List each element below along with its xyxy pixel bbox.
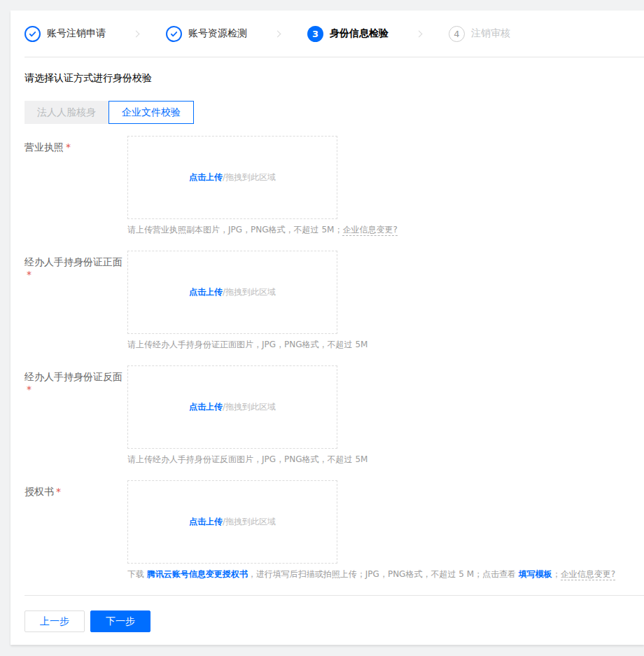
enterprise-info-change-link[interactable]: 企业信息变更? — [342, 225, 397, 236]
click-to-upload-link[interactable]: 点击上传 — [189, 516, 223, 528]
required-mark: * — [56, 486, 61, 497]
previous-step-button[interactable]: 上一步 — [24, 610, 85, 632]
click-to-upload-link[interactable]: 点击上传 — [189, 286, 223, 298]
upload-hint: 请上传经办人手持身份证反面图片，JPG，PNG格式，不超过 5M — [127, 454, 368, 466]
click-to-upload-link[interactable]: 点击上传 — [189, 401, 223, 413]
business-license-upload-dropzone[interactable]: 点击上传/拖拽到此区域 — [127, 136, 337, 219]
check-icon — [24, 26, 41, 42]
drag-hint-text: /拖拽到此区域 — [223, 401, 276, 413]
hint-text: ； — [552, 569, 561, 579]
step-2-account-resource-check: 账号资源检测 — [166, 26, 247, 42]
step-1-label: 账号注销申请 — [47, 27, 106, 40]
tab-enterprise-document-verification[interactable]: 企业文件校验 — [108, 101, 194, 124]
field-label: 营业执照* — [24, 136, 127, 154]
hint-text: 下载 — [127, 569, 147, 579]
next-step-button[interactable]: 下一步 — [90, 610, 150, 632]
field-label-text: 营业执照 — [24, 141, 64, 153]
required-mark: * — [27, 384, 31, 395]
field-label: 经办人手持身份证反面* — [24, 365, 127, 395]
enterprise-info-change-link[interactable]: 企业信息变更? — [561, 569, 615, 580]
drag-hint-text: /拖拽到此区域 — [223, 286, 276, 298]
hint-text: 请上传营业执照副本图片，JPG，PNG格式，不超过 5M； — [127, 225, 342, 235]
id-card-front-upload-dropzone[interactable]: 点击上传/拖拽到此区域 — [127, 251, 337, 334]
drag-hint-text: /拖拽到此区域 — [223, 172, 276, 183]
chevron-right-icon — [388, 32, 449, 36]
form-row-id-card-front: 经办人手持身份证正面* 点击上传/拖拽到此区域 请上传经办人手持身份证正面图片，… — [24, 251, 630, 351]
step-4-number-badge: 4 — [449, 26, 465, 42]
step-4-label: 注销审核 — [471, 27, 510, 40]
step-3-identity-verification: 3 身份信息检验 — [307, 26, 388, 42]
step-2-label: 账号资源检测 — [188, 27, 247, 40]
required-mark: * — [66, 141, 71, 153]
verification-method-tabs: 法人人脸核身 企业文件校验 — [24, 101, 630, 124]
tab-legal-person-face-verification[interactable]: 法人人脸核身 — [24, 101, 108, 124]
chevron-right-icon — [247, 32, 307, 36]
upload-hint: 请上传经办人手持身份证正面图片，JPG，PNG格式，不超过 5M — [127, 339, 368, 351]
click-to-upload-link[interactable]: 点击上传 — [189, 172, 223, 183]
upload-hint: 下载 腾讯云账号信息变更授权书，进行填写后扫描或拍照上传；JPG，PNG格式，不… — [127, 568, 615, 580]
field-label-text: 经办人手持身份证正面 — [24, 256, 122, 267]
template-view-link[interactable]: 填写模板 — [519, 569, 552, 579]
document-upload-form: 营业执照* 点击上传/拖拽到此区域 请上传营业执照副本图片，JPG，PNG格式，… — [24, 136, 630, 580]
upload-hint: 请上传营业执照副本图片，JPG，PNG格式，不超过 5M；企业信息变更? — [127, 224, 398, 236]
hint-text: 请上传经办人手持身份证反面图片，JPG，PNG格式，不超过 5M — [127, 454, 368, 464]
required-mark: * — [27, 269, 31, 280]
authorization-letter-download-link[interactable]: 腾讯云账号信息变更授权书 — [147, 569, 248, 579]
drag-hint-text: /拖拽到此区域 — [223, 516, 276, 528]
account-cancellation-panel: 账号注销申请 账号资源检测 3 身份信息检验 4 注销审核 请选择认证方式进行身… — [10, 11, 644, 645]
hint-text: ，进行填写后扫描或拍照上传；JPG，PNG格式，不超过 5 M；点击查看 — [248, 569, 519, 579]
form-row-id-card-back: 经办人手持身份证反面* 点击上传/拖拽到此区域 请上传经办人手持身份证反面图片，… — [24, 365, 630, 466]
check-icon — [166, 26, 182, 42]
wizard-footer: 上一步 下一步 — [10, 596, 644, 632]
form-row-authorization-letter: 授权书* 点击上传/拖拽到此区域 下载 腾讯云账号信息变更授权书，进行填写后扫描… — [24, 480, 630, 580]
page-title: 请选择认证方式进行身份校验 — [24, 57, 630, 85]
authorization-letter-upload-dropzone[interactable]: 点击上传/拖拽到此区域 — [127, 480, 337, 564]
step-3-number-badge: 3 — [307, 26, 323, 42]
form-row-business-license: 营业执照* 点击上传/拖拽到此区域 请上传营业执照副本图片，JPG，PNG格式，… — [24, 136, 630, 236]
field-label: 授权书* — [24, 480, 127, 498]
chevron-right-icon — [106, 32, 166, 36]
field-label: 经办人手持身份证正面* — [24, 251, 127, 280]
field-label-text: 经办人手持身份证反面 — [24, 371, 122, 382]
hint-text: 请上传经办人手持身份证正面图片，JPG，PNG格式，不超过 5M — [127, 340, 368, 349]
id-card-back-upload-dropzone[interactable]: 点击上传/拖拽到此区域 — [127, 365, 337, 449]
field-label-text: 授权书 — [24, 486, 54, 497]
step-4-cancellation-review: 4 注销审核 — [449, 26, 510, 42]
step-1-account-cancellation-request: 账号注销申请 — [24, 26, 106, 42]
step-3-label: 身份信息检验 — [330, 27, 388, 40]
step-indicator: 账号注销申请 账号资源检测 3 身份信息检验 4 注销审核 — [10, 11, 644, 57]
